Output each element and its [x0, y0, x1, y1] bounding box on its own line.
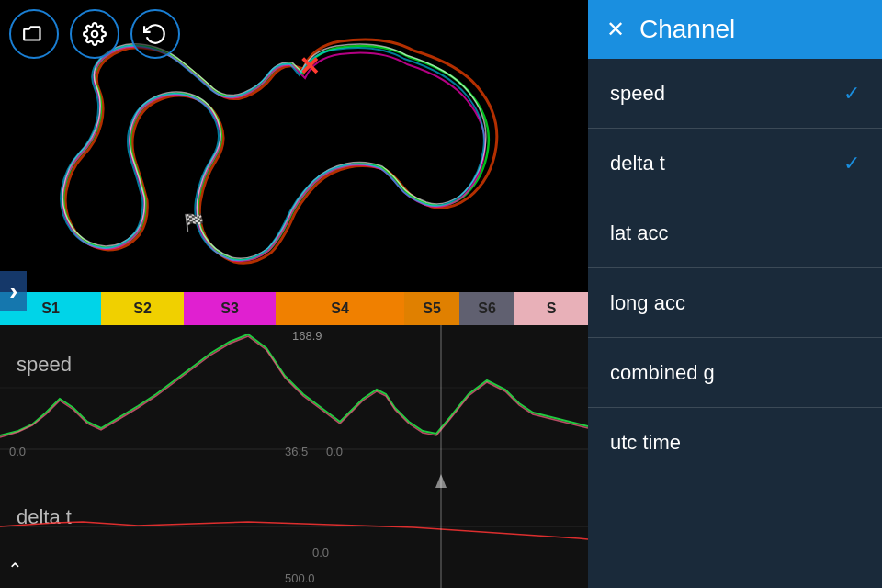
- channel-title: Channel: [639, 15, 735, 44]
- channel-check-icon: ✓: [843, 82, 860, 106]
- channel-list: speed✓delta t✓lat acclong acccombined gu…: [588, 59, 882, 588]
- channel-item-lat-acc[interactable]: lat acc: [588, 198, 882, 268]
- sector-s6: S6: [459, 292, 514, 325]
- channel-item-delta-t[interactable]: delta t✓: [588, 129, 882, 198]
- folder-button[interactable]: [9, 9, 59, 59]
- sector-s5: S5: [404, 292, 459, 325]
- charts-area: speed 168.9 0.0 36.5 0.0 delta t 0.0 500…: [0, 325, 588, 588]
- left-arrow[interactable]: ›: [0, 271, 27, 311]
- sector-s3: S3: [184, 292, 276, 325]
- settings-button[interactable]: [70, 9, 119, 59]
- refresh-button[interactable]: [130, 9, 180, 59]
- channel-item-label: lat acc: [610, 221, 669, 245]
- channel-item-label: combined g: [610, 361, 715, 385]
- svg-marker-8: [435, 474, 447, 488]
- sector-bar: S1S2S3S4S5S6S: [0, 292, 588, 325]
- channel-header: ✕ Channel: [588, 0, 882, 59]
- sector-s4: S4: [276, 292, 404, 325]
- svg-point-2: [92, 31, 98, 38]
- svg-text:🏁: 🏁: [184, 212, 205, 232]
- channel-item-long-acc[interactable]: long acc: [588, 268, 882, 338]
- channel-item-label: delta t: [610, 152, 665, 175]
- channel-item-combined-g[interactable]: combined g: [588, 338, 882, 408]
- toolbar: [9, 9, 180, 59]
- channel-item-label: long acc: [610, 291, 685, 315]
- channel-item-utc-time[interactable]: utc time: [588, 408, 882, 478]
- channel-close-button[interactable]: ✕: [606, 17, 625, 42]
- sector-s: S: [514, 292, 588, 325]
- channel-item-label: speed: [610, 82, 665, 106]
- left-panel: 🏁 ✕ › S1S2S3S4S5S6S speed: [0, 0, 588, 588]
- red-x-marker[interactable]: ✕: [299, 51, 320, 82]
- bottom-up-arrow[interactable]: ⌃: [7, 559, 23, 581]
- channel-item-speed[interactable]: speed✓: [588, 59, 882, 129]
- sector-s2: S2: [101, 292, 184, 325]
- delta-t-chart: [0, 465, 588, 588]
- right-panel: ✕ Channel speed✓delta t✓lat acclong accc…: [588, 0, 882, 588]
- channel-check-icon: ✓: [843, 152, 860, 175]
- speed-chart: [0, 325, 588, 465]
- channel-item-label: utc time: [610, 431, 681, 455]
